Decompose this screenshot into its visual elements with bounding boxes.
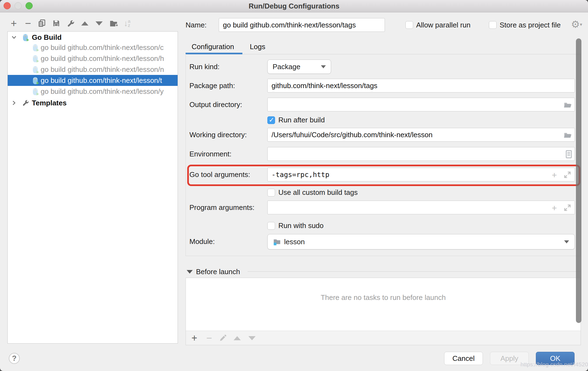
tree-item-label: go build github.com/think-next/lesson/h bbox=[41, 54, 164, 63]
expand-field-icon[interactable] bbox=[563, 171, 572, 179]
sort-alpha-icon: ↓ bbox=[124, 19, 128, 28]
move-up-button[interactable] bbox=[79, 18, 91, 29]
dropdown-arrow-icon bbox=[321, 65, 326, 68]
cancel-button[interactable]: Cancel bbox=[444, 352, 483, 365]
tree-item-label: Templates bbox=[32, 99, 67, 107]
tree-item-lesson-y[interactable]: go build github.com/think-next/lesson/y bbox=[8, 86, 178, 97]
module-value: lesson bbox=[284, 238, 305, 246]
run-with-sudo-checkbox[interactable] bbox=[267, 222, 275, 230]
wrench-icon bbox=[67, 19, 75, 27]
add-configuration-button[interactable]: + bbox=[8, 18, 19, 29]
chevron-down-icon[interactable] bbox=[11, 34, 17, 40]
copy-configuration-button[interactable] bbox=[36, 18, 47, 29]
use-all-custom-build-tags-checkbox[interactable] bbox=[267, 189, 275, 196]
remove-configuration-button[interactable]: − bbox=[22, 18, 34, 29]
before-launch-panel: There are no tasks to run before launch … bbox=[186, 278, 581, 345]
environment-variables-icon[interactable] bbox=[564, 150, 573, 159]
tree-item-go-build[interactable]: Go Build bbox=[8, 32, 178, 42]
sort-alpha-letters: az bbox=[128, 19, 130, 27]
run-debug-configurations-dialog: Run/Debug Configurations + − ↓ az Go Bui… bbox=[0, 0, 588, 371]
run-after-build-checkbox[interactable] bbox=[267, 116, 275, 124]
output-directory-label: Output directory: bbox=[189, 98, 242, 111]
configurations-tree: Go Build go build github.com/think-next/… bbox=[7, 31, 178, 344]
up-triangle-icon bbox=[81, 21, 88, 26]
package-path-input[interactable] bbox=[267, 79, 575, 92]
up-triangle-icon bbox=[234, 336, 241, 340]
output-directory-input[interactable] bbox=[267, 98, 575, 111]
module-label: Module: bbox=[189, 235, 215, 248]
add-task-button[interactable]: + bbox=[189, 332, 200, 344]
module-icon bbox=[273, 238, 281, 246]
edit-task-button[interactable] bbox=[217, 332, 229, 344]
environment-input[interactable] bbox=[267, 147, 575, 161]
go-tool-arguments-label: Go tool arguments: bbox=[189, 168, 250, 181]
chevron-right-icon[interactable] bbox=[11, 100, 17, 106]
run-kind-dropdown[interactable]: Package bbox=[267, 60, 331, 74]
save-configuration-button[interactable] bbox=[51, 18, 62, 29]
pencil-icon bbox=[219, 334, 227, 342]
tree-item-label: go build github.com/think-next/lesson/c bbox=[41, 43, 164, 52]
run-kind-label: Run kind: bbox=[189, 60, 220, 74]
run-with-sudo-label: Run with sudo bbox=[278, 219, 324, 232]
add-folder-icon bbox=[110, 19, 118, 27]
remove-task-button[interactable]: − bbox=[203, 332, 215, 344]
gear-icon: ⚙ bbox=[571, 19, 580, 30]
minus-icon: − bbox=[25, 18, 31, 29]
move-down-button[interactable] bbox=[93, 18, 105, 29]
add-argument-icon[interactable]: + bbox=[552, 171, 557, 179]
section-separator-line bbox=[248, 271, 580, 272]
sort-configurations-button[interactable]: ↓ az bbox=[121, 18, 133, 29]
working-directory-label: Working directory: bbox=[189, 128, 247, 142]
move-task-up-button[interactable] bbox=[231, 332, 243, 344]
expand-field-icon[interactable] bbox=[563, 204, 572, 212]
go-tool-arguments-input[interactable] bbox=[267, 168, 575, 181]
vertical-scrollbar-thumb[interactable] bbox=[576, 38, 581, 323]
csdn-watermark: https://blog.csdn.net/f4520107395 bbox=[520, 361, 588, 368]
working-directory-input[interactable] bbox=[267, 128, 575, 142]
settings-gear-button[interactable]: ⚙▾ bbox=[571, 19, 582, 30]
go-gopher-icon bbox=[32, 66, 39, 74]
allow-parallel-run-checkbox[interactable] bbox=[405, 21, 413, 29]
down-triangle-icon bbox=[248, 336, 256, 340]
tree-item-lesson-n[interactable]: go build github.com/think-next/lesson/n bbox=[8, 64, 178, 75]
name-input[interactable] bbox=[219, 18, 385, 32]
before-launch-toolbar: + − bbox=[186, 331, 581, 345]
use-all-custom-build-tags-label: Use all custom build tags bbox=[278, 186, 358, 199]
store-as-project-file-label: Store as project file bbox=[500, 18, 561, 32]
tree-item-label: go build github.com/think-next/lesson/t bbox=[41, 76, 162, 85]
module-dropdown[interactable]: lesson bbox=[267, 234, 575, 249]
tab-configuration[interactable]: Configuration bbox=[192, 41, 234, 52]
move-task-down-button[interactable] bbox=[246, 332, 258, 344]
browse-folder-icon[interactable] bbox=[563, 131, 572, 139]
window-title: Run/Debug Configurations bbox=[0, 0, 588, 12]
plus-icon: + bbox=[11, 18, 17, 29]
title-bar: Run/Debug Configurations bbox=[0, 0, 588, 12]
store-as-project-file-checkbox[interactable] bbox=[489, 21, 497, 29]
wrench-icon bbox=[22, 99, 29, 106]
save-icon bbox=[52, 19, 60, 27]
tree-item-templates[interactable]: Templates bbox=[8, 98, 178, 108]
tab-logs[interactable]: Logs bbox=[250, 41, 265, 52]
go-gopher-icon bbox=[32, 77, 39, 85]
create-new-folder-button[interactable] bbox=[108, 18, 120, 29]
run-kind-value: Package bbox=[273, 63, 300, 71]
caret-down-icon: ▾ bbox=[580, 22, 582, 27]
browse-folder-icon[interactable] bbox=[563, 100, 572, 109]
before-launch-title: Before launch bbox=[196, 266, 240, 277]
help-button[interactable]: ? bbox=[9, 353, 20, 364]
tree-item-label: Go Build bbox=[32, 33, 61, 42]
tree-item-lesson-h[interactable]: go build github.com/think-next/lesson/h bbox=[8, 53, 178, 64]
down-triangle-icon bbox=[96, 21, 103, 26]
collapse-triangle-icon[interactable] bbox=[187, 270, 193, 274]
go-gopher-icon bbox=[32, 55, 39, 63]
environment-label: Environment: bbox=[189, 147, 231, 161]
tree-item-lesson-c[interactable]: go build github.com/think-next/lesson/c bbox=[8, 42, 178, 53]
edit-templates-button[interactable] bbox=[65, 18, 76, 29]
run-after-build-label: Run after build bbox=[278, 113, 325, 127]
minus-icon: − bbox=[206, 332, 212, 344]
tree-item-lesson-t-selected[interactable]: go build github.com/think-next/lesson/t bbox=[8, 75, 178, 86]
program-arguments-label: Program arguments: bbox=[189, 201, 254, 214]
dropdown-arrow-icon bbox=[564, 240, 569, 243]
program-arguments-input[interactable] bbox=[267, 201, 575, 214]
add-argument-icon[interactable]: + bbox=[552, 204, 557, 212]
